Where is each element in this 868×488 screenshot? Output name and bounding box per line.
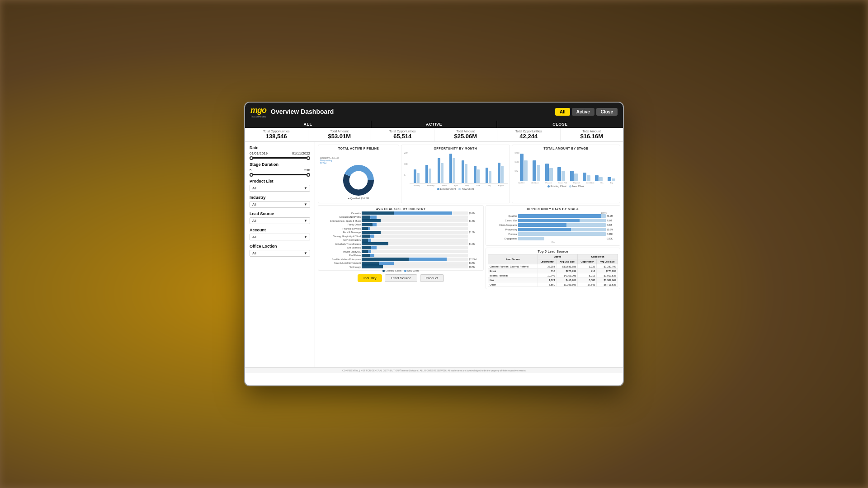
- lead-source-title: Top 5 Lead Source: [488, 250, 618, 253]
- summary-active: ACTIVE Total Opportunities 65,514 Total …: [371, 121, 497, 141]
- product-list-dropdown[interactable]: All ▼: [250, 185, 310, 192]
- date-filter: Date 01/01/2019 01/11/2022: [250, 145, 310, 159]
- chevron-down-icon: ▼: [304, 202, 307, 206]
- office-filter: Office Loction All ▼: [250, 244, 310, 257]
- donut-top-labels: Engagem... $0.1M Prospecting $7.5M: [320, 156, 339, 164]
- donut-container: Engagem... $0.1M Prospecting $7.5M ● Qua…: [320, 151, 397, 205]
- chevron-down-icon: ▼: [304, 235, 307, 239]
- close-total-opp: Total Opportunities 42,244: [497, 128, 561, 141]
- table-row: Channel Partner / External Referral 36,1…: [488, 264, 618, 269]
- close-total-amount: Total Amount $16.16M: [561, 128, 623, 141]
- th-active: Active: [538, 254, 578, 259]
- th-active-opp: Opportunity: [538, 259, 557, 264]
- opp-by-month-bars: [410, 152, 508, 183]
- opportunity-days-chart: OPPORTUNITY DAYS BY STAGE 100% Qualified…: [486, 205, 620, 246]
- donut-legend: ● Qualified $16.2M: [348, 197, 369, 200]
- industry-filter: Industry All ▼: [250, 195, 310, 208]
- all-button[interactable]: All: [555, 108, 570, 116]
- all-total-opp: Total Opportunities 138,546: [245, 128, 308, 141]
- active-total-amount: Total Amount $25.06M: [434, 128, 497, 141]
- active-total-opp: Total Opportunities 65,514: [371, 128, 434, 141]
- summary-row: ALL Total Opportunities 138,546 Total Am…: [245, 121, 623, 142]
- stage-slider[interactable]: [250, 174, 310, 175]
- left-sidebar: Date 01/01/2019 01/11/2022 Stage Duratio…: [245, 142, 315, 367]
- table-row: N/A 1,074 $410,901 3,580 $1,369,669: [488, 278, 618, 282]
- dashboard-container: mgo Tax Services Overview Dashboard All …: [244, 102, 624, 386]
- stage-legend: Existing Client New Client: [514, 185, 618, 188]
- active-button[interactable]: Active: [572, 108, 594, 116]
- opportunity-by-month-chart: OPPORTUNITY BY MONTH 200 100 0: [401, 145, 510, 203]
- header-buttons: All Active Close: [555, 108, 618, 116]
- summary-all: ALL Total Opportunities 138,546 Total Am…: [245, 121, 371, 141]
- stage-amount-bars: [518, 152, 618, 181]
- account-dropdown[interactable]: All ▼: [250, 234, 310, 240]
- summary-active-header: ACTIVE: [371, 121, 497, 128]
- tab-product[interactable]: Product: [420, 274, 444, 282]
- chart-tabs: Industry Lead Source Product: [320, 274, 481, 282]
- th-closed-avg: Avg Deal Size: [597, 259, 618, 264]
- total-active-pipeline-chart: TOTAL ACTIVE PIPELINE Engagem... $0.1M P…: [318, 145, 399, 203]
- summary-all-header: ALL: [245, 121, 371, 128]
- chevron-down-icon: ▼: [304, 219, 307, 223]
- date-range: 01/01/2019 01/11/2022: [250, 151, 310, 155]
- account-filter: Account All ▼: [250, 228, 310, 240]
- header: mgo Tax Services Overview Dashboard All …: [245, 103, 623, 121]
- summary-close-cells: Total Opportunities 42,244 Total Amount …: [497, 128, 623, 141]
- bottom-charts-row: AVG DEAL SIZE BY INDUSTRY Cannabis$9.7M …: [318, 205, 620, 271]
- opp-month-x-axis: JanuaryFebruaryMarchAprilMayJuneJulyAugu…: [410, 184, 508, 187]
- summary-close: CLOSE Total Opportunities 42,244 Total A…: [497, 121, 623, 141]
- tab-lead-source[interactable]: Lead Source: [385, 274, 417, 282]
- stage-range: 5 238: [250, 168, 310, 172]
- stage-x-axis: QualifiedClient Acce.Prospect.Closed Pai…: [514, 182, 618, 184]
- lead-source-data-table: Lead Source Active Closed Won Opportunit…: [488, 254, 618, 287]
- chevron-down-icon: ▼: [304, 251, 307, 255]
- product-list-filter: Product List All ▼: [250, 179, 310, 192]
- all-total-amount: Total Amount $53.01M: [308, 128, 371, 141]
- svg-point-3: [351, 173, 367, 188]
- office-dropdown[interactable]: All ▼: [250, 250, 310, 257]
- th-closed-opp: Opportunity: [578, 259, 597, 264]
- close-button[interactable]: Close: [596, 108, 618, 116]
- table-row: Event 716 $273,934 716 $273,934: [488, 269, 618, 273]
- page-title: Overview Dashboard: [271, 108, 551, 115]
- table-row: Other 3,580 $1,369,669 17,542 $6,711,837: [488, 282, 618, 287]
- th-active-avg: Avg Deal Size: [557, 259, 578, 264]
- opp-month-legend: Existing Client New Client: [403, 188, 508, 190]
- tab-industry[interactable]: Industry: [358, 274, 382, 282]
- date-slider[interactable]: [250, 157, 310, 159]
- charts-area: TOTAL ACTIVE PIPELINE Engagem... $0.1M P…: [315, 142, 623, 367]
- lead-source-table: Top 5 Lead Source Lead Source Active Clo…: [486, 248, 620, 289]
- th-lead-source: Lead Source: [488, 254, 538, 264]
- stage-filter: Stage Duration 5 238: [250, 162, 310, 175]
- industry-bars: Cannabis$9.7M Education/NonProfits Enter…: [320, 211, 481, 268]
- chevron-down-icon: ▼: [304, 186, 307, 190]
- summary-all-cells: Total Opportunities 138,546 Total Amount…: [245, 128, 371, 141]
- industry-dropdown[interactable]: All ▼: [250, 201, 310, 208]
- summary-close-header: CLOSE: [497, 121, 623, 128]
- lead-source-dropdown[interactable]: All ▼: [250, 217, 310, 224]
- summary-active-cells: Total Opportunities 65,514 Total Amount …: [371, 128, 497, 141]
- lead-source-filter: Lead Source All ▼: [250, 211, 310, 224]
- industry-legend: Existing Client New Client: [320, 269, 481, 272]
- avg-deal-size-chart: AVG DEAL SIZE BY INDUSTRY Cannabis$9.7M …: [318, 205, 484, 271]
- donut-svg: [343, 164, 374, 196]
- logo: mgo Tax Services: [250, 106, 266, 118]
- main-content: Date 01/01/2019 01/11/2022 Stage Duratio…: [245, 142, 623, 367]
- table-row: Internal Referral 10,740 $4,109,006 5,01…: [488, 273, 618, 278]
- top-charts-row: TOTAL ACTIVE PIPELINE Engagem... $0.1M P…: [318, 145, 620, 203]
- total-amount-by-stage-chart: TOTAL AMOUNT BY STAGE $20M $10M $2M: [512, 145, 621, 203]
- th-closed-won: Closed Won: [578, 254, 618, 259]
- footer: CONFIDENTIAL | NOT FOR GENERAL DISTRIBUT…: [245, 367, 623, 373]
